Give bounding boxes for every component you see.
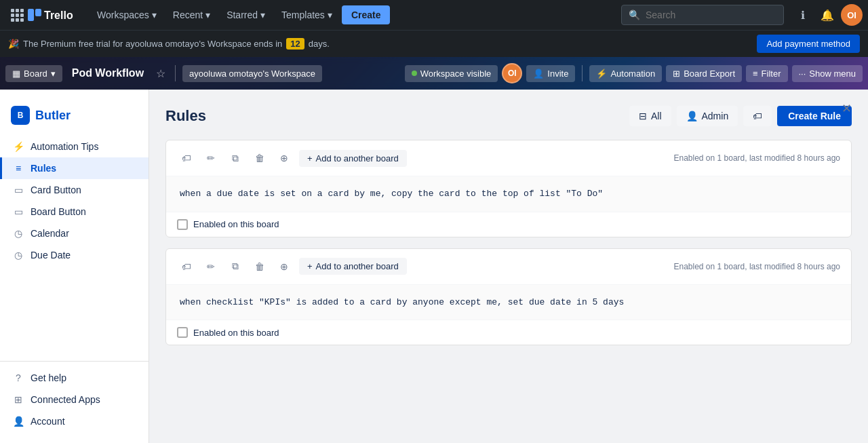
board-icon: ▭	[13, 206, 24, 217]
recent-menu[interactable]: Recent ▾	[166, 5, 217, 24]
sidebar-item-automation-tips[interactable]: ⚡ Automation Tips	[0, 136, 149, 157]
board-icon: ▦	[12, 69, 20, 79]
svg-rect-0	[28, 9, 34, 21]
admin-button[interactable]: 👤 Admin	[677, 106, 738, 126]
tag-icon: 🏷	[753, 111, 762, 121]
filter-button[interactable]: ≡ Filter	[746, 65, 787, 82]
page-title: Rules	[165, 107, 206, 125]
automation-button[interactable]: ⚡ Automation	[589, 65, 662, 82]
templates-menu[interactable]: Templates ▾	[275, 5, 339, 24]
dots-icon: ···	[799, 69, 806, 79]
sidebar-item-get-help[interactable]: ? Get help	[0, 367, 149, 389]
close-button[interactable]: ✕	[835, 98, 857, 119]
board-title: Pod Workflow	[66, 64, 149, 83]
tag-button[interactable]: 🏷	[743, 106, 772, 126]
rule-body: when checklist "KPIs" is added to a card…	[166, 285, 851, 321]
account-icon: 👤	[13, 416, 24, 427]
starred-menu[interactable]: Starred ▾	[220, 5, 272, 24]
workspaces-menu[interactable]: Workspaces ▾	[90, 5, 163, 24]
tag-rule-button[interactable]: 🏷	[177, 257, 196, 276]
sidebar-item-label: Due Date	[31, 250, 71, 261]
star-button[interactable]: ☆	[153, 64, 168, 83]
sidebar-item-calendar[interactable]: ◷ Calendar	[0, 223, 149, 244]
tag-rule-button[interactable]: 🏷	[177, 149, 196, 168]
promo-banner: 🎉 The Premium free trial for ayooluwa om…	[0, 30, 868, 57]
sidebar-item-label: Calendar	[31, 228, 69, 239]
sidebar-item-label: Automation Tips	[31, 141, 98, 152]
add-to-board-button[interactable]: + Add to another board	[299, 150, 407, 167]
add-payment-button[interactable]: Add payment method	[757, 35, 860, 53]
copy-rule-button[interactable]: ⧉	[226, 149, 245, 168]
sidebar-item-card-button[interactable]: ▭ Card Button	[0, 179, 149, 201]
rule-card-header: 🏷 ✏ ⧉ 🗑 ⊕ + Add to another board Enabled…	[166, 249, 851, 285]
clock-icon: ◷	[13, 250, 24, 261]
card-icon: ▭	[13, 185, 24, 195]
chevron-down-icon: ▾	[152, 9, 157, 20]
chevron-down-icon: ▾	[260, 9, 265, 20]
nav-divider	[175, 65, 176, 81]
search-bar[interactable]: 🔍	[621, 5, 784, 25]
sidebar-item-account[interactable]: 👤 Account	[0, 410, 149, 432]
svg-rect-1	[35, 9, 41, 16]
sidebar-item-label: Card Button	[31, 185, 81, 195]
sidebar-title: Butler	[35, 109, 71, 123]
chevron-down-icon: ▾	[51, 69, 56, 79]
svg-text:Trello: Trello	[44, 9, 73, 21]
sidebar-item-label: Connected Apps	[31, 394, 100, 405]
sidebar-item-connected-apps[interactable]: ⊞ Connected Apps	[0, 389, 149, 410]
workspace-chip[interactable]: ayooluwa omotayo's Workspace	[182, 65, 322, 82]
sidebar-item-due-date[interactable]: ◷ Due Date	[0, 244, 149, 266]
info-rule-button[interactable]: ⊕	[275, 149, 294, 168]
all-filter-button[interactable]: ⊟ All	[629, 106, 671, 126]
sidebar-item-rules[interactable]: ≡ Rules	[0, 157, 149, 179]
sidebar-item-board-button[interactable]: ▭ Board Button	[0, 201, 149, 223]
copy-rule-button[interactable]: ⧉	[226, 257, 245, 276]
invite-button[interactable]: 👤 Invite	[526, 65, 575, 82]
enabled-label: Enabled on this board	[193, 328, 279, 338]
board-nav: ▦ Board ▾ Pod Workflow ☆ ayooluwa omotay…	[0, 57, 868, 90]
lightning-icon: ⚡	[596, 69, 607, 79]
notifications-button[interactable]: 🔔	[816, 4, 838, 26]
board-export-button[interactable]: ⊞ Board Export	[666, 65, 742, 82]
rule-card: 🏷 ✏ ⧉ 🗑 ⊕ + Add to another board Enabled…	[165, 140, 852, 237]
delete-rule-button[interactable]: 🗑	[250, 149, 269, 168]
header-actions: ⊟ All 👤 Admin 🏷 Create Rule	[629, 106, 852, 126]
board-nav-wrap: ▦ Board ▾ Pod Workflow ☆ ayooluwa omotay…	[0, 57, 868, 90]
calendar-icon: ◷	[13, 228, 24, 239]
search-input[interactable]	[646, 9, 776, 20]
help-icon: ?	[13, 372, 24, 383]
user-avatar[interactable]: OI	[841, 4, 863, 26]
export-icon: ⊞	[673, 69, 680, 79]
sidebar-item-label: Account	[31, 416, 65, 427]
rule-meta: Enabled on 1 board, last modified 8 hour…	[673, 262, 840, 271]
enabled-checkbox[interactable]	[177, 327, 188, 338]
lightning-icon: ⚡	[13, 141, 24, 152]
content-area: ✕ Rules ⊟ All 👤 Admin 🏷 Create Rule	[149, 90, 868, 443]
rule-footer: Enabled on this board	[166, 212, 851, 237]
enabled-label: Enabled on this board	[193, 219, 279, 229]
create-button[interactable]: Create	[342, 5, 391, 24]
enabled-checkbox[interactable]	[177, 219, 188, 230]
top-nav: Trello Workspaces ▾ Recent ▾ Starred ▾ T…	[0, 0, 868, 30]
edit-rule-button[interactable]: ✏	[201, 257, 220, 276]
nav-divider-2	[582, 65, 583, 81]
person-icon: 👤	[533, 69, 544, 79]
edit-rule-button[interactable]: ✏	[201, 149, 220, 168]
rules-icon: ≡	[13, 163, 24, 174]
visibility-button[interactable]: Workspace visible	[405, 65, 498, 82]
board-nav-right: Workspace visible OI 👤 Invite ⚡ Automati…	[405, 63, 863, 83]
apps-icon: ⊞	[13, 394, 24, 405]
board-view-button[interactable]: ▦ Board ▾	[5, 65, 62, 82]
apps-grid-icon	[11, 9, 24, 22]
sidebar-header: B Butler	[0, 100, 149, 136]
person-icon: 👤	[686, 111, 698, 121]
delete-rule-button[interactable]: 🗑	[250, 257, 269, 276]
info-rule-button[interactable]: ⊕	[275, 257, 294, 276]
show-menu-button[interactable]: ··· Show menu	[792, 65, 863, 82]
add-to-board-button[interactable]: + Add to another board	[299, 258, 407, 275]
app-logo[interactable]: Trello	[5, 7, 87, 22]
member-avatar[interactable]: OI	[502, 63, 522, 83]
rule-meta: Enabled on 1 board, last modified 8 hour…	[673, 153, 840, 163]
sidebar-bottom: ? Get help ⊞ Connected Apps 👤 Account	[0, 361, 149, 432]
info-button[interactable]: ℹ	[792, 4, 814, 26]
